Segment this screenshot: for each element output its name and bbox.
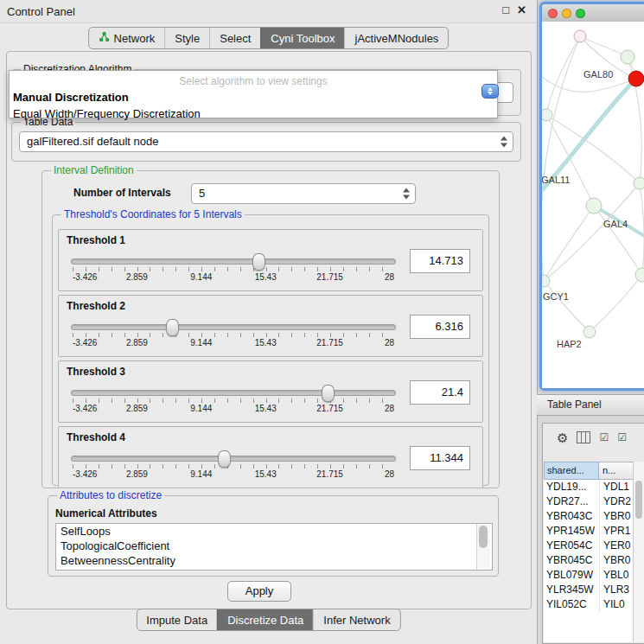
network-edge[interactable] — [546, 115, 594, 206]
network-node[interactable] — [635, 268, 644, 282]
network-node[interactable] — [542, 275, 550, 287]
node-label: GAL4 — [603, 219, 628, 229]
network-edge[interactable] — [544, 206, 594, 281]
network-edge[interactable] — [640, 183, 644, 275]
network-node[interactable] — [574, 30, 586, 42]
threshold-value-field[interactable]: 21.4 — [410, 380, 470, 405]
scrollbar-thumb[interactable] — [635, 481, 642, 519]
scale-label: 2.859 — [126, 338, 148, 348]
table-cell-name[interactable]: YBR0 — [600, 553, 634, 568]
columns-icon[interactable] — [577, 431, 590, 443]
table-row[interactable]: YIL052CYIL0 — [544, 597, 634, 612]
slider-thumb[interactable] — [218, 450, 231, 468]
gear-icon[interactable]: ⚙ — [557, 431, 568, 444]
popup-item-equal-width-frequency[interactable]: Equal Width/Frequency Discretization — [10, 107, 497, 120]
table-cell-shared-name[interactable]: YIL052C — [544, 597, 600, 612]
table-cell-shared-name[interactable]: YBR043C — [544, 509, 600, 524]
network-edge[interactable] — [542, 79, 636, 190]
table-cell-shared-name[interactable]: YDR27... — [544, 494, 600, 509]
threshold-value-field[interactable]: 14.713 — [410, 249, 470, 273]
table-row[interactable]: YLR345WYLR3 — [544, 583, 634, 597]
thresholds-group-label: Threshold's Coordinates for 5 Intervals — [61, 208, 245, 220]
table-cell-shared-name[interactable]: YBL079W — [544, 568, 600, 583]
popup-item-manual-discretization[interactable]: Manual Discretization — [10, 91, 497, 104]
table-row[interactable]: YBL079WYBL0 — [544, 568, 634, 583]
table-scrollbar[interactable] — [633, 462, 644, 642]
tab-impute-data[interactable]: Impute Data — [137, 609, 217, 630]
close-traffic-light-icon[interactable] — [548, 9, 558, 18]
threshold-slider: -3.4262.8599.14415.4321.71528 — [71, 251, 396, 285]
tab-cyni-toolbox[interactable]: Cyni Toolbox — [260, 28, 344, 48]
threshold-value-field[interactable]: 6.316 — [410, 315, 470, 339]
table-cell-name[interactable]: YER0 — [600, 539, 634, 553]
table-cell-shared-name[interactable]: YPR145W — [544, 524, 600, 539]
table-cell-shared-name[interactable]: YBR045C — [544, 553, 600, 568]
table-row[interactable]: YDR27...YDR2 — [544, 494, 634, 509]
checkbox-icon[interactable]: ☑ — [617, 432, 627, 443]
combo-stepper-icon[interactable] — [501, 137, 508, 148]
tab-label: Select — [220, 32, 251, 45]
slider-thumb[interactable] — [252, 253, 265, 271]
scrollbar-thumb[interactable] — [479, 526, 488, 548]
table-cell-shared-name[interactable]: YLR345W — [544, 583, 600, 597]
network-node[interactable] — [634, 177, 644, 189]
table-cell-name[interactable]: YLR3 — [600, 583, 634, 597]
network-edge[interactable] — [580, 36, 628, 57]
tab-style[interactable]: Style — [164, 28, 209, 48]
table-cell-name[interactable]: YDR2 — [600, 494, 634, 509]
column-header-shared-name[interactable]: shared... — [544, 462, 599, 480]
combo-stepper-icon[interactable] — [403, 188, 411, 200]
float-window-icon[interactable]: □ — [502, 3, 509, 16]
table-data-combo[interactable]: galFiltered.sif default node — [19, 131, 513, 152]
tab-infer-network[interactable]: Infer Network — [313, 609, 399, 630]
network-node[interactable] — [542, 109, 552, 121]
table-row[interactable]: YDL19...YDL1 — [544, 480, 634, 494]
zoom-traffic-light-icon[interactable] — [576, 9, 585, 18]
slider-thumb[interactable] — [166, 319, 179, 336]
table-row[interactable]: YBR043CYBR0 — [544, 509, 634, 524]
tab-jactivemnodules[interactable]: jActiveMNodules — [345, 28, 449, 48]
attributes-scrollbar[interactable] — [476, 524, 490, 570]
slider-track[interactable] — [71, 258, 396, 265]
attribute-item[interactable]: TopologicalCoefficient — [56, 539, 492, 553]
table-cell-name[interactable]: YPR1 — [600, 524, 634, 539]
attribute-item[interactable]: BetweennessCentrality — [56, 553, 492, 568]
table-row[interactable]: YBR045CYBR0 — [544, 553, 634, 568]
table-row[interactable]: YPR145WYPR1 — [544, 524, 634, 539]
threshold-label: Threshold 2 — [67, 300, 125, 312]
minimize-traffic-light-icon[interactable] — [562, 9, 571, 18]
slider-track[interactable] — [71, 390, 396, 396]
network-edge[interactable] — [544, 281, 590, 332]
tab-network[interactable]: Network — [89, 28, 165, 48]
scale-label: 9.144 — [190, 404, 212, 413]
network-node[interactable] — [621, 50, 634, 64]
threshold-value-field[interactable]: 11.344 — [410, 446, 470, 470]
apply-button[interactable]: Apply — [227, 581, 291, 602]
table-cell-name[interactable]: YBL0 — [600, 568, 634, 583]
table-cell-name[interactable]: YBR0 — [600, 509, 634, 524]
network-canvas[interactable]: GAL80GAL11GAL4GCY1HAP2 — [542, 22, 644, 388]
table-cell-name[interactable]: YDL1 — [600, 480, 634, 494]
table-toolbar: ⚙ ☑ ☑ — [543, 425, 644, 450]
tab-select[interactable]: Select — [209, 28, 260, 48]
network-node[interactable] — [583, 326, 596, 338]
table-cell-name[interactable]: YIL0 — [600, 597, 634, 612]
slider-thumb[interactable] — [322, 385, 335, 402]
network-edge[interactable] — [590, 275, 642, 332]
table-cell-shared-name[interactable]: YER054C — [544, 539, 600, 553]
tab-discretize-data[interactable]: Discretize Data — [217, 609, 313, 630]
attribute-item[interactable]: SelfLoops — [56, 524, 492, 539]
table-row[interactable]: YER054CYER0 — [544, 539, 634, 553]
slider-track[interactable] — [71, 324, 396, 330]
node-label: GAL11 — [542, 175, 570, 185]
close-icon[interactable]: ✕ — [517, 3, 526, 16]
network-node[interactable] — [628, 71, 644, 86]
checkbox-icon[interactable]: ☑ — [599, 432, 609, 443]
network-edge[interactable] — [594, 206, 642, 275]
network-window-titlebar[interactable] — [542, 4, 644, 22]
algorithm-combo-stepper-icon[interactable] — [481, 84, 499, 99]
table-cell-shared-name[interactable]: YDL19... — [544, 480, 600, 494]
slider-track[interactable] — [71, 456, 396, 462]
network-node[interactable] — [586, 198, 602, 214]
number-of-intervals-combo[interactable]: 5 — [191, 183, 416, 204]
